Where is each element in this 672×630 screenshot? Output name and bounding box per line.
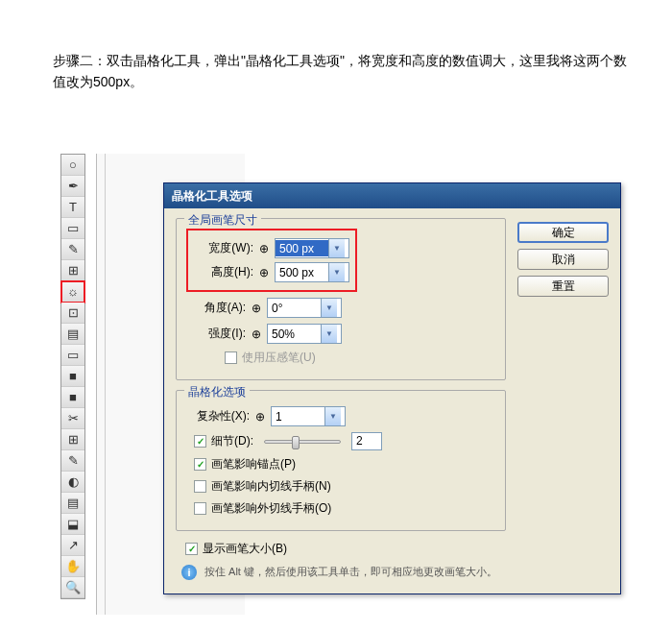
show-brush-checkbox[interactable] (185, 543, 198, 555)
height-dropdown-icon[interactable]: ▼ (328, 263, 345, 281)
tool-livepaint[interactable]: ▤ (61, 493, 84, 514)
info-text: 按住 Alt 键，然后使用该工具单击，即可相应地更改画笔大小。 (204, 565, 497, 579)
detail-slider[interactable] (264, 440, 341, 444)
crystallize-options-fieldset: 晶格化选项 复杂性(X): ⊕ ▼ (176, 390, 506, 531)
detail-label: 细节(D): (211, 433, 253, 449)
width-input[interactable]: ▼ (275, 238, 349, 258)
tool-blend[interactable]: ◐ (61, 472, 84, 493)
brush-legend: 全局画笔尺寸 (184, 212, 261, 229)
tool-fill[interactable]: ■ (61, 366, 84, 387)
out-handle-checkbox[interactable] (194, 502, 206, 515)
tool-artboard[interactable]: ⊞ (61, 429, 84, 450)
tool-graph[interactable]: ▤ (61, 324, 84, 345)
app-area: ○ ✒ T ▭ ✎ ⊞ ☼ ⊡ ▤ ▭ ■ ■ ✂ ⊞ ✎ ◐ ▤ ⬓ ↗ ✋ … (53, 154, 629, 624)
intensity-input[interactable]: ▼ (267, 324, 342, 344)
tool-zoom[interactable]: 🔍 (61, 577, 84, 598)
show-brush-label: 显示画笔大小(B) (203, 541, 287, 557)
info-icon: i (181, 565, 197, 580)
detail-checkbox[interactable] (194, 435, 206, 448)
pressure-label: 使用压感笔(U) (242, 350, 316, 366)
pressure-checkbox (225, 351, 237, 364)
intensity-field[interactable] (268, 326, 321, 342)
angle-dropdown-icon[interactable]: ▼ (321, 299, 337, 317)
tool-rect2[interactable]: ▭ (61, 345, 84, 366)
tool-hand[interactable]: ✋ (61, 556, 84, 577)
width-dropdown-icon[interactable]: ▼ (328, 239, 345, 257)
height-input[interactable]: ▼ (275, 262, 349, 282)
anchor-label: 画笔影响锚点(P) (211, 456, 296, 472)
tool-move[interactable]: ↗ (61, 535, 84, 556)
height-field[interactable] (276, 264, 328, 280)
complexity-field[interactable] (272, 408, 324, 424)
tool-type[interactable]: T (61, 197, 84, 218)
width-height-highlight: 宽度(W): ⊕ ▼ 高度(H): ⊕ ▼ (186, 229, 357, 292)
intensity-label: 强度(I): (186, 326, 246, 342)
complexity-label: 复杂性(X): (190, 408, 250, 424)
angle-field[interactable] (268, 300, 321, 316)
reset-button[interactable]: 重置 (517, 276, 609, 297)
complexity-input[interactable]: ▼ (271, 406, 346, 426)
dialog-titlebar[interactable]: 晶格化工具选项 (164, 183, 620, 208)
angle-input[interactable]: ▼ (267, 298, 342, 318)
out-handle-label: 画笔影响外切线手柄(O) (211, 500, 331, 517)
tool-selection[interactable]: ○ (61, 155, 84, 176)
tool-pen[interactable]: ✒ (61, 176, 84, 197)
tool-crystallize[interactable]: ☼ (61, 281, 84, 303)
tool-mesh[interactable]: ⊞ (61, 260, 84, 281)
complexity-dropdown-icon[interactable]: ▼ (324, 407, 341, 425)
tool-scissors[interactable]: ✂ (61, 408, 84, 429)
width-label: 宽度(W): (194, 240, 253, 256)
intensity-dropdown-icon[interactable]: ▼ (321, 325, 337, 343)
tool-symbol[interactable]: ⊡ (61, 303, 84, 324)
dialog-title: 晶格化工具选项 (172, 188, 252, 205)
options-legend: 晶格化选项 (184, 384, 250, 400)
in-handle-label: 画笔影响内切线手柄(N) (211, 478, 331, 495)
width-field[interactable] (276, 240, 328, 256)
tool-gradient[interactable]: ■ (61, 387, 84, 408)
ok-button[interactable]: 确定 (517, 222, 609, 243)
tool-palette: ○ ✒ T ▭ ✎ ⊞ ☼ ⊡ ▤ ▭ ■ ■ ✂ ⊞ ✎ ◐ ▤ ⬓ ↗ ✋ … (60, 154, 85, 599)
crystallize-options-dialog: 晶格化工具选项 全局画笔尺寸 宽度(W): ⊕ ▼ (163, 182, 621, 594)
cancel-button[interactable]: 取消 (517, 249, 609, 270)
tool-eyedropper[interactable]: ✎ (61, 450, 84, 472)
angle-label: 角度(A): (186, 300, 246, 316)
tool-rect[interactable]: ▭ (61, 218, 84, 239)
instruction-text: 步骤二：双击晶格化工具，弹出"晶格化工具选项"，将宽度和高度的数值调大，这里我将… (53, 50, 634, 93)
brush-dimensions-fieldset: 全局画笔尺寸 宽度(W): ⊕ ▼ 高度(H): (176, 218, 506, 380)
in-handle-checkbox[interactable] (194, 480, 206, 493)
tool-slice[interactable]: ⬓ (61, 514, 84, 535)
height-label: 高度(H): (194, 264, 253, 280)
anchor-checkbox[interactable] (194, 458, 206, 471)
detail-value[interactable]: 2 (351, 432, 382, 450)
tool-brush[interactable]: ✎ (61, 239, 84, 260)
